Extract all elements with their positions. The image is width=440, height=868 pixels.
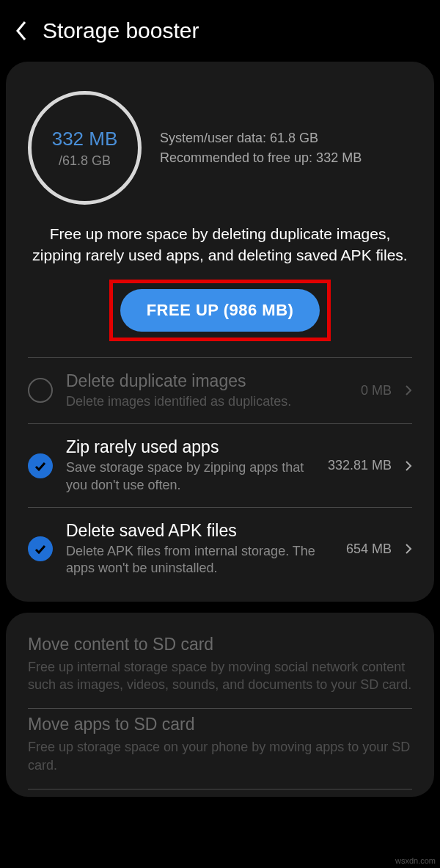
option-text: Zip rarely used apps Save storage space … (66, 437, 315, 494)
chevron-right-icon[interactable] (405, 543, 412, 555)
storage-circle: 332 MB /61.8 GB (28, 91, 142, 205)
checkbox-checked-icon[interactable] (28, 536, 53, 561)
sd-title: Move content to SD card (28, 635, 412, 654)
checkmark-icon (33, 541, 48, 556)
back-icon[interactable] (15, 21, 28, 41)
checkmark-icon (33, 459, 48, 473)
option-size: 0 MB (361, 383, 392, 398)
sd-move-apps[interactable]: Move apps to SD card Free up storage spa… (28, 709, 412, 789)
page-title: Storage booster (43, 18, 199, 43)
storage-total-value: /61.8 GB (59, 153, 111, 169)
highlight-annotation: FREE UP (986 MB) (109, 280, 331, 341)
option-size: 654 MB (346, 541, 392, 557)
checkbox-unchecked-icon[interactable] (28, 378, 53, 403)
option-zip-apps[interactable]: Zip rarely used apps Save storage space … (28, 424, 412, 507)
sd-sub: Free up storage space on your phone by m… (28, 738, 412, 774)
storage-free-value: 332 MB (52, 128, 118, 150)
system-user-data: System/user data: 61.8 GB (160, 128, 362, 148)
option-sub: Delete images identified as duplicates. (66, 393, 348, 410)
option-title: Delete saved APK files (66, 521, 333, 541)
sd-move-content[interactable]: Move content to SD card Free up internal… (28, 629, 412, 709)
option-delete-apk[interactable]: Delete saved APK files Delete APK files … (28, 508, 412, 591)
free-up-button[interactable]: FREE UP (986 MB) (120, 289, 320, 332)
option-sub: Delete APK files from internal storage. … (66, 543, 333, 577)
options-list: Delete duplicate images Delete images id… (6, 357, 434, 591)
main-card: 332 MB /61.8 GB System/user data: 61.8 G… (6, 62, 434, 602)
divider (28, 789, 412, 789)
sd-sub: Free up internal storage space by moving… (28, 658, 412, 694)
sd-title: Move apps to SD card (28, 715, 412, 734)
button-container: FREE UP (986 MB) (6, 280, 434, 341)
description-text: Free up more space by deleting duplicate… (6, 223, 434, 266)
storage-info: System/user data: 61.8 GB Recommended to… (160, 128, 362, 168)
option-text: Delete saved APK files Delete APK files … (66, 521, 333, 577)
option-sub: Save storage space by zipping apps that … (66, 459, 315, 494)
storage-summary: 332 MB /61.8 GB System/user data: 61.8 G… (6, 84, 434, 223)
header: Storage booster (0, 0, 440, 62)
checkbox-checked-icon[interactable] (28, 453, 53, 478)
watermark: wsxdn.com (395, 856, 436, 865)
option-size: 332.81 MB (328, 458, 392, 473)
chevron-right-icon[interactable] (405, 384, 412, 396)
recommended-free: Recommended to free up: 332 MB (160, 148, 362, 168)
option-delete-duplicates[interactable]: Delete duplicate images Delete images id… (28, 358, 412, 423)
sd-card-section: Move content to SD card Free up internal… (6, 613, 434, 797)
chevron-right-icon[interactable] (405, 460, 412, 472)
option-title: Zip rarely used apps (66, 437, 315, 457)
option-title: Delete duplicate images (66, 371, 348, 391)
option-text: Delete duplicate images Delete images id… (66, 371, 348, 410)
